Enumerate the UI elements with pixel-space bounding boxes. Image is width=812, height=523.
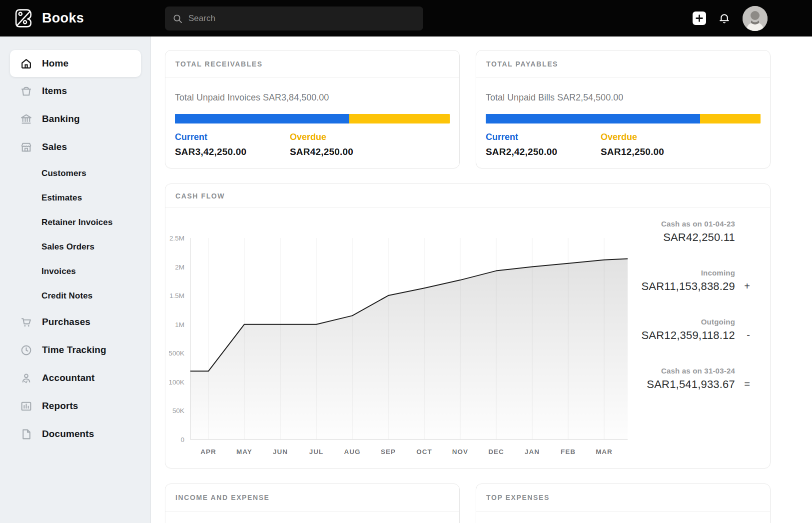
search-icon bbox=[173, 14, 182, 24]
top-expenses-card: TOP EXPENSES bbox=[476, 484, 771, 523]
total-receivables-card: TOTAL RECEIVABLES Total Unpaid Invoices … bbox=[165, 50, 460, 168]
stat-label: Cash as on 31-03-24 bbox=[647, 366, 735, 375]
bell-icon bbox=[718, 12, 731, 24]
stat-value: SAR42,250.11 bbox=[661, 231, 735, 244]
cart-icon bbox=[20, 316, 32, 328]
svg-text:JUL: JUL bbox=[309, 448, 324, 456]
app-name: Books bbox=[42, 10, 84, 26]
overdue-value: SAR12,250.00 bbox=[601, 146, 716, 158]
sidebar-item-label: Invoices bbox=[41, 266, 76, 276]
svg-text:50K: 50K bbox=[172, 407, 184, 414]
sidebar-item-items[interactable]: Items bbox=[0, 77, 150, 105]
svg-text:NOV: NOV bbox=[452, 448, 468, 456]
sidebar-item-label: Banking bbox=[42, 114, 80, 124]
svg-text:DEC: DEC bbox=[488, 448, 504, 456]
sidebar-item-banking[interactable]: Banking bbox=[0, 105, 150, 133]
current-value: SAR3,42,250.00 bbox=[175, 146, 290, 158]
bar-chart-icon bbox=[20, 400, 32, 412]
overdue-value: SAR42,250.00 bbox=[290, 146, 405, 158]
search-bar[interactable] bbox=[165, 6, 423, 30]
document-icon bbox=[20, 428, 32, 440]
stat-label: Outgoing bbox=[642, 318, 736, 326]
cash-flow-card: CASH FLOW 050K100K500K1M1.5M2M2.5MAPRMAY… bbox=[165, 184, 771, 468]
cashflow-stat-cash-as-on-31-03-24: Cash as on 31-03-24 SAR1,541,933.67 = bbox=[640, 366, 750, 391]
notifications-button[interactable] bbox=[718, 12, 731, 24]
books-logo-icon bbox=[14, 8, 34, 28]
sidebar-item-documents[interactable]: Documents bbox=[0, 420, 150, 448]
storefront-icon bbox=[20, 141, 32, 154]
svg-text:1.5M: 1.5M bbox=[169, 292, 184, 300]
stat-operator bbox=[735, 243, 750, 244]
overdue-label: Overdue bbox=[601, 132, 716, 142]
sidebar-item-accountant[interactable]: Accountant bbox=[0, 364, 150, 392]
sidebar-item-invoices[interactable]: Invoices bbox=[0, 259, 150, 284]
svg-text:JAN: JAN bbox=[525, 448, 540, 456]
cash-flow-chart: 050K100K500K1M1.5M2M2.5MAPRMAYJUNJULAUGS… bbox=[165, 230, 640, 460]
sidebar-item-estimates[interactable]: Estimates bbox=[0, 186, 150, 210]
sidebar-item-time-tracking[interactable]: Time Tracking bbox=[0, 336, 150, 364]
sidebar-item-label: Time Tracking bbox=[42, 344, 106, 356]
card-header: INCOME AND EXPENSE bbox=[165, 484, 459, 512]
income-and-expense-card: INCOME AND EXPENSE bbox=[165, 484, 460, 523]
stat-label: Incoming bbox=[642, 268, 736, 277]
sidebar-item-label: Documents bbox=[42, 428, 94, 440]
sidebar-item-label: Estimates bbox=[41, 193, 82, 203]
topbar: Books bbox=[0, 0, 812, 36]
unpaid-invoices-total: Total Unpaid Invoices SAR3,84,500.00 bbox=[175, 92, 450, 103]
card-title: TOP EXPENSES bbox=[486, 494, 550, 502]
search-input[interactable] bbox=[188, 14, 415, 24]
card-title: TOTAL RECEIVABLES bbox=[175, 60, 263, 68]
current-label: Current bbox=[486, 132, 601, 142]
sidebar-item-label: Purchases bbox=[42, 316, 90, 328]
card-title: INCOME AND EXPENSE bbox=[175, 494, 270, 502]
app-logo: Books bbox=[0, 8, 84, 28]
svg-text:2.5M: 2.5M bbox=[169, 234, 184, 242]
svg-text:500K: 500K bbox=[168, 350, 184, 357]
svg-text:OCT: OCT bbox=[416, 448, 432, 456]
sidebar-item-sales-orders[interactable]: Sales Orders bbox=[0, 234, 150, 259]
svg-text:MAY: MAY bbox=[236, 448, 252, 456]
svg-text:FEB: FEB bbox=[561, 448, 576, 456]
card-title: CASH FLOW bbox=[175, 192, 225, 200]
card-header: CASH FLOW bbox=[165, 184, 770, 208]
basket-icon bbox=[20, 85, 32, 98]
overdue-bar-segment bbox=[349, 114, 450, 124]
current-label: Current bbox=[175, 132, 290, 142]
sidebar-item-label: Customers bbox=[41, 168, 86, 178]
svg-text:1M: 1M bbox=[175, 321, 184, 328]
receivables-progress-bar bbox=[175, 114, 450, 124]
svg-text:0: 0 bbox=[180, 436, 184, 444]
sidebar-item-label: Retainer Invoices bbox=[41, 218, 112, 228]
dashboard: TOTAL RECEIVABLES Total Unpaid Invoices … bbox=[151, 36, 812, 523]
sidebar-item-reports[interactable]: Reports bbox=[0, 392, 150, 420]
svg-text:2M: 2M bbox=[175, 264, 184, 271]
user-avatar[interactable] bbox=[743, 6, 768, 31]
sidebar-item-home[interactable]: Home bbox=[10, 50, 141, 77]
sidebar-item-sales[interactable]: Sales bbox=[0, 133, 150, 161]
quick-create-button[interactable] bbox=[693, 12, 706, 25]
sidebar-item-label: Credit Notes bbox=[41, 291, 92, 301]
card-header: TOP EXPENSES bbox=[476, 484, 770, 512]
sidebar-item-retainer-invoices[interactable]: Retainer Invoices bbox=[0, 210, 150, 234]
stat-value: SAR12,359,118.12 bbox=[642, 329, 736, 342]
overdue-label: Overdue bbox=[290, 132, 405, 142]
sidebar-item-customers[interactable]: Customers bbox=[0, 161, 150, 186]
stat-label: Cash as on 01-04-23 bbox=[661, 220, 735, 228]
sidebar-item-label: Sales Orders bbox=[41, 242, 94, 252]
unpaid-bills-total: Total Unpaid Bills SAR2,54,500.00 bbox=[486, 92, 761, 103]
sidebar-item-label: Items bbox=[42, 86, 67, 96]
svg-text:AUG: AUG bbox=[344, 448, 361, 456]
cashflow-stat-incoming: Incoming SAR11,153,838.29 + bbox=[640, 268, 750, 293]
svg-text:MAR: MAR bbox=[596, 448, 613, 456]
stat-operator: + bbox=[735, 280, 750, 293]
cashflow-stat-cash-as-on-01-04-23: Cash as on 01-04-23 SAR42,250.11 bbox=[640, 220, 750, 244]
sidebar-item-label: Sales bbox=[42, 142, 67, 152]
person-icon bbox=[20, 372, 32, 384]
clock-icon bbox=[20, 344, 32, 356]
sidebar-item-credit-notes[interactable]: Credit Notes bbox=[0, 284, 150, 308]
home-icon bbox=[20, 58, 32, 70]
sidebar-item-purchases[interactable]: Purchases bbox=[0, 308, 150, 336]
cash-flow-summary: Cash as on 01-04-23 SAR42,250.11 Incomin… bbox=[640, 208, 770, 460]
sidebar-item-label: Reports bbox=[42, 400, 78, 412]
current-bar-segment bbox=[486, 114, 700, 124]
